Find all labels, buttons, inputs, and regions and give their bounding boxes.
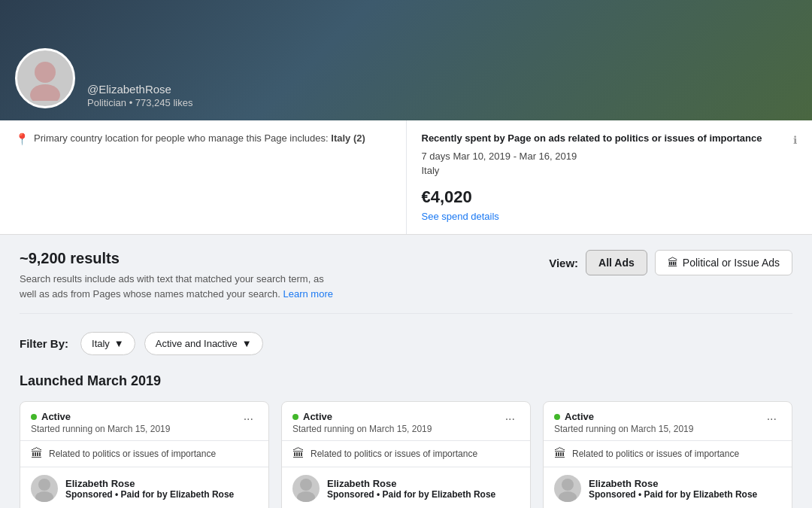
info-card-location: 📍 Primary country location for people wh… — [0, 120, 407, 234]
avatar — [15, 48, 75, 108]
country-filter-value: Italy — [92, 338, 110, 349]
ad-3-sponsor-meta: Sponsored • Paid for by Elizabeth Rose — [589, 489, 757, 500]
ad-3-politics-icon: 🏛 — [554, 447, 566, 461]
ad-2-sponsor-prefix: Sponsored • Paid for by — [327, 489, 432, 500]
ad-2-status-block: Active Started running on March 15, 2019 — [292, 411, 432, 434]
ad-3-status-text: Active — [565, 411, 594, 422]
spend-amount: €4,020 — [422, 184, 762, 209]
ad-2-sponsor-avatar — [292, 475, 320, 502]
ad-3-more-button[interactable]: ··· — [762, 411, 781, 427]
ad-2-started: Started running on March 15, 2019 — [292, 424, 432, 434]
all-ads-button[interactable]: All Ads — [586, 250, 647, 275]
country-filter-chevron: ▼ — [114, 338, 124, 349]
location-text: Primary country location for people who … — [34, 131, 365, 146]
ad-3-sponsor-prefix: Sponsored • Paid for by — [589, 489, 693, 500]
ad-3-politics-label: Related to politics or issues of importa… — [572, 449, 739, 459]
profile-banner: @ElizabethRose Politician • 773,245 like… — [0, 0, 812, 120]
spend-period: 7 days Mar 10, 2019 - Mar 16, 2019 — [422, 149, 762, 164]
ad-card-3: Active Started running on March 15, 2019… — [543, 401, 792, 508]
ad-2-sponsor-meta: Sponsored • Paid for by Elizabeth Rose — [327, 489, 495, 500]
info-icon: ℹ — [793, 132, 797, 148]
svg-point-0 — [35, 62, 56, 83]
ad-1-status-text: Active — [41, 411, 71, 422]
ad-3-status-dot — [554, 414, 560, 420]
ad-1-more-button[interactable]: ··· — [239, 411, 258, 427]
svg-point-1 — [30, 84, 60, 101]
political-ads-button[interactable]: 🏛 Political or Issue Ads — [655, 250, 792, 275]
info-card-spend: Recently spent by Page on ads related to… — [407, 120, 813, 234]
ad-2-more-button[interactable]: ··· — [501, 411, 520, 427]
ad-2-sponsor-info: Elizabeth Rose Sponsored • Paid for by E… — [327, 478, 495, 500]
ad-2-politics-label: Related to politics or issues of importa… — [311, 449, 477, 459]
status-filter-chevron: ▼ — [242, 338, 252, 349]
ad-1-sponsor-prefix: Sponsored • Paid for by — [65, 489, 170, 500]
ad-card-2-header: Active Started running on March 15, 2019… — [282, 402, 530, 440]
section-heading: Launched March 2019 — [20, 373, 792, 389]
ad-2-sponsor-paid: Elizabeth Rose — [432, 489, 495, 500]
info-cards-row: 📍 Primary country location for people wh… — [0, 120, 812, 235]
ad-2-politics-badge: 🏛 Related to politics or issues of impor… — [282, 440, 530, 467]
main-content: ~9,200 results Search results include ad… — [8, 235, 804, 508]
spend-country: Italy — [422, 163, 762, 178]
filter-row: Filter By: Italy ▼ Active and Inactive ▼ — [20, 332, 792, 355]
svg-point-3 — [35, 491, 53, 502]
ad-card-1: Active Started running on March 15, 2019… — [20, 401, 269, 508]
results-description: Search results include ads with text tha… — [20, 272, 335, 301]
ad-1-politics-label: Related to politics or issues of importa… — [49, 449, 216, 459]
ad-1-sponsor-name: Elizabeth Rose — [65, 478, 234, 489]
ad-3-sponsor-row: Elizabeth Rose Sponsored • Paid for by E… — [544, 467, 792, 508]
ads-grid: Active Started running on March 15, 2019… — [20, 401, 792, 508]
ad-1-started: Started running on March 15, 2019 — [31, 424, 170, 434]
filter-by-label: Filter By: — [20, 337, 68, 350]
learn-more-link[interactable]: Learn more — [283, 288, 332, 300]
profile-handle: @ElizabethRose — [87, 83, 192, 96]
see-spend-link[interactable]: See spend details — [422, 211, 499, 222]
ad-1-status-block: Active Started running on March 15, 2019 — [31, 411, 170, 434]
political-ads-icon: 🏛 — [668, 257, 678, 269]
results-left: ~9,200 results Search results include ad… — [20, 250, 335, 301]
results-count: ~9,200 results — [20, 250, 335, 267]
ad-2-politics-icon: 🏛 — [292, 447, 304, 461]
results-desc-text: Search results include ads with text tha… — [20, 273, 324, 300]
ad-3-status-block: Active Started running on March 15, 2019 — [554, 411, 693, 434]
svg-point-2 — [38, 479, 50, 491]
svg-point-10 — [559, 491, 577, 502]
profile-meta: Politician • 773,245 likes — [87, 97, 192, 108]
ad-2-sponsor-row: Elizabeth Rose Sponsored • Paid for by E… — [282, 467, 530, 508]
ad-card-2: Active Started running on March 15, 2019… — [281, 401, 531, 508]
ad-3-sponsor-paid: Elizabeth Rose — [693, 489, 757, 500]
view-label: View: — [549, 257, 578, 269]
ad-1-sponsor-info: Elizabeth Rose Sponsored • Paid for by E… — [65, 478, 234, 500]
ad-1-sponsor-row: Elizabeth Rose Sponsored • Paid for by E… — [20, 467, 268, 508]
ad-2-status-text: Active — [303, 411, 332, 422]
country-filter-button[interactable]: Italy ▼ — [80, 332, 135, 355]
ad-1-politics-icon: 🏛 — [31, 447, 43, 461]
ad-card-1-header: Active Started running on March 15, 2019… — [20, 402, 268, 440]
political-ads-label: Political or Issue Ads — [683, 257, 780, 269]
profile-text: @ElizabethRose Politician • 773,245 like… — [87, 83, 192, 108]
ad-3-started: Started running on March 15, 2019 — [554, 424, 693, 434]
svg-point-9 — [562, 479, 574, 491]
status-filter-value: Active and Inactive — [156, 338, 238, 349]
ad-card-3-header: Active Started running on March 15, 2019… — [544, 402, 792, 440]
svg-point-6 — [300, 479, 312, 491]
ad-3-sponsor-info: Elizabeth Rose Sponsored • Paid for by E… — [589, 478, 757, 500]
ad-3-politics-badge: 🏛 Related to politics or issues of impor… — [544, 440, 792, 467]
view-toggle: View: All Ads 🏛 Political or Issue Ads — [549, 250, 792, 275]
ad-3-sponsor-avatar — [554, 475, 581, 502]
ad-1-status-dot — [31, 414, 37, 420]
status-filter-button[interactable]: Active and Inactive ▼ — [144, 332, 263, 355]
ad-1-politics-badge: 🏛 Related to politics or issues of impor… — [20, 440, 268, 467]
results-header: ~9,200 results Search results include ad… — [20, 250, 792, 314]
location-pin-icon: 📍 — [15, 131, 29, 148]
location-bold: Italy (2) — [331, 132, 365, 144]
ad-2-status-dot — [292, 414, 298, 420]
ad-1-sponsor-meta: Sponsored • Paid for by Elizabeth Rose — [65, 489, 234, 500]
ad-1-sponsor-paid: Elizabeth Rose — [170, 489, 234, 500]
ad-2-sponsor-name: Elizabeth Rose — [327, 478, 495, 489]
ad-3-sponsor-name: Elizabeth Rose — [589, 478, 757, 489]
ad-1-sponsor-avatar — [31, 475, 58, 502]
spend-card-title: Recently spent by Page on ads related to… — [422, 131, 762, 146]
svg-point-7 — [297, 491, 315, 502]
